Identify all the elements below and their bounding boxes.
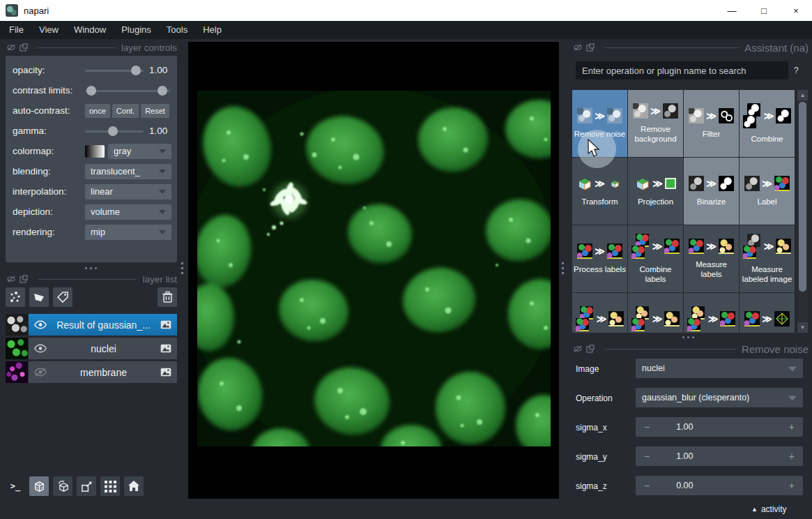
close-button[interactable]: × bbox=[780, 0, 812, 21]
home-icon bbox=[128, 480, 140, 492]
image-layer-type-icon bbox=[160, 368, 171, 377]
scroll-up-button[interactable]: ▲ bbox=[797, 90, 808, 100]
new-shapes-layer-button[interactable] bbox=[29, 287, 49, 307]
sigma-z-field-label: sigma_z bbox=[576, 481, 607, 491]
float-panel-icon[interactable] bbox=[20, 275, 28, 283]
visibility-eye-icon[interactable] bbox=[34, 344, 47, 353]
viewer-canvas[interactable] bbox=[188, 42, 559, 499]
assistant-tile-filter[interactable]: ≫ Filter bbox=[684, 90, 739, 157]
sigma-x-value[interactable]: 1.00 bbox=[676, 422, 693, 432]
layer-row-membrane[interactable]: membrane bbox=[6, 361, 177, 383]
increment-button[interactable]: + bbox=[789, 451, 795, 462]
decrement-button[interactable]: − bbox=[644, 451, 650, 462]
minimize-button[interactable]: — bbox=[716, 0, 748, 21]
scroll-down-button[interactable]: ▼ bbox=[797, 322, 808, 333]
assistant-tile-row4-4[interactable]: ≫ bbox=[740, 293, 795, 333]
hide-panel-icon[interactable] bbox=[574, 43, 582, 52]
transpose-dimensions-button[interactable] bbox=[77, 476, 96, 496]
increment-button[interactable]: + bbox=[789, 480, 795, 491]
panel-splitter-handle[interactable] bbox=[85, 267, 97, 269]
roll-dimensions-button[interactable] bbox=[53, 476, 72, 496]
layer-list-title: layer list bbox=[142, 274, 177, 285]
contrast-low-handle[interactable] bbox=[86, 86, 96, 96]
new-points-layer-button[interactable] bbox=[6, 287, 25, 307]
operation-search-input[interactable] bbox=[576, 61, 788, 80]
assistant-tile-projection[interactable]: ≫ Projection bbox=[628, 158, 683, 225]
assistant-tile-row4-2[interactable]: ≫ bbox=[628, 293, 683, 333]
contrast-limits-label: contrast limits: bbox=[13, 85, 85, 96]
decrement-button[interactable]: − bbox=[644, 421, 650, 433]
hide-panel-icon[interactable] bbox=[7, 43, 15, 52]
grid-view-button[interactable] bbox=[100, 476, 120, 496]
assistant-tile-measure-labeled-image[interactable]: ≫ Measure labeled image bbox=[740, 225, 795, 292]
sigma-y-value[interactable]: 1.00 bbox=[676, 451, 693, 461]
float-panel-icon[interactable] bbox=[586, 345, 595, 353]
float-panel-icon[interactable] bbox=[586, 43, 595, 52]
console-button[interactable]: >_ bbox=[6, 476, 25, 496]
auto-contrast-continuous-button[interactable]: Cont. bbox=[112, 104, 139, 118]
blending-dropdown[interactable]: translucent_ bbox=[85, 164, 171, 179]
sigma-z-value[interactable]: 0.00 bbox=[676, 481, 693, 490]
combined-labels-icon bbox=[664, 239, 680, 254]
opacity-slider[interactable] bbox=[85, 65, 144, 76]
help-button[interactable]: ? bbox=[794, 66, 799, 75]
gamma-slider[interactable] bbox=[85, 126, 144, 137]
visibility-eye-icon[interactable] bbox=[34, 320, 47, 329]
assistant-tile-combine-labels[interactable]: ≫ Combine labels bbox=[628, 225, 683, 292]
scrollbar-thumb[interactable] bbox=[799, 102, 806, 292]
menu-help[interactable]: Help bbox=[195, 21, 229, 39]
rendering-dropdown[interactable]: mip bbox=[85, 225, 171, 240]
auto-contrast-once-button[interactable]: once bbox=[85, 104, 110, 118]
operation-dropdown[interactable]: gaussian_blur (clesperanto) bbox=[636, 388, 803, 407]
panel-splitter-handle[interactable] bbox=[682, 336, 694, 338]
chevron-down-icon bbox=[159, 149, 166, 157]
colormap-dropdown[interactable]: gray bbox=[108, 144, 171, 159]
gamma-slider-handle[interactable] bbox=[108, 126, 118, 136]
assistant-tile-row4-1[interactable]: ≫ bbox=[572, 293, 627, 333]
decrement-button[interactable]: − bbox=[644, 480, 650, 491]
menu-window[interactable]: Window bbox=[66, 21, 114, 39]
left-dock-resize-handle[interactable] bbox=[181, 262, 183, 274]
float-panel-icon[interactable] bbox=[20, 43, 28, 52]
right-dock-resize-handle[interactable] bbox=[562, 262, 564, 274]
menu-tools[interactable]: Tools bbox=[159, 21, 195, 39]
napari-logo-icon bbox=[6, 4, 18, 17]
cube-icon bbox=[577, 176, 592, 191]
depiction-dropdown[interactable]: volume bbox=[85, 204, 171, 220]
layer-name: nuclei bbox=[47, 343, 160, 354]
hide-panel-icon[interactable] bbox=[574, 345, 582, 353]
opacity-slider-handle[interactable] bbox=[131, 66, 141, 75]
visibility-eye-hidden-icon[interactable] bbox=[34, 368, 47, 377]
menu-plugins[interactable]: Plugins bbox=[114, 21, 159, 39]
assistant-grid-scrollbar[interactable]: ▲ ▼ bbox=[797, 90, 808, 333]
menu-file[interactable]: File bbox=[1, 21, 31, 39]
assistant-tile-measure-labels[interactable]: ≫ Measure labels bbox=[684, 225, 739, 292]
contrast-limits-slider[interactable] bbox=[85, 85, 170, 96]
menu-view[interactable]: View bbox=[31, 21, 66, 39]
menu-bar: File View Window Plugins Tools Help bbox=[0, 21, 812, 39]
ndisplay-toggle-button[interactable] bbox=[29, 476, 49, 496]
contrast-high-handle[interactable] bbox=[158, 86, 167, 96]
layer-thumbnail bbox=[6, 361, 28, 383]
maximize-button[interactable]: □ bbox=[748, 0, 780, 21]
layer-row-nuclei[interactable]: nuclei bbox=[6, 338, 177, 359]
delete-layer-button[interactable] bbox=[158, 287, 177, 307]
layer-row-result-of-gaussian[interactable]: Result of gaussian_... bbox=[6, 314, 177, 336]
hide-panel-icon[interactable] bbox=[7, 275, 15, 283]
interpolation-dropdown[interactable]: linear bbox=[85, 184, 171, 200]
assistant-tile-combine[interactable]: ≫ Combine bbox=[740, 90, 795, 157]
assistant-tile-label[interactable]: ≫ Label bbox=[740, 158, 795, 225]
label-image-icon bbox=[577, 243, 592, 259]
new-labels-layer-button[interactable] bbox=[53, 287, 72, 307]
assistant-tile-row4-3[interactable]: ≫ bbox=[684, 293, 739, 333]
activity-toggle[interactable]: ▲ activity bbox=[751, 504, 787, 514]
increment-button[interactable]: + bbox=[789, 421, 795, 433]
green-square-icon bbox=[665, 178, 676, 189]
home-reset-view-button[interactable] bbox=[124, 476, 144, 496]
colormap-gradient-swatch bbox=[85, 145, 105, 158]
assistant-tile-process-labels[interactable]: ≫ Process labels bbox=[572, 225, 627, 292]
assistant-tile-remove-background[interactable]: ≫ Remove background bbox=[628, 90, 683, 157]
image-dropdown[interactable]: nuclei bbox=[636, 359, 803, 378]
assistant-tile-binarize[interactable]: ≫ Binarize bbox=[684, 158, 739, 225]
auto-contrast-reset-button[interactable]: Reset bbox=[141, 104, 169, 118]
